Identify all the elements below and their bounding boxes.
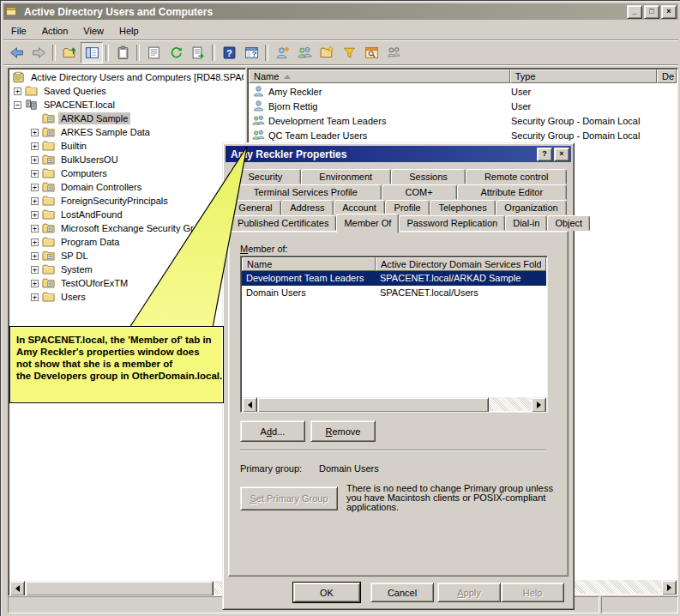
tab-published-certificates[interactable]: Published Certificates (230, 215, 336, 231)
tree-expander-icon[interactable]: + (31, 239, 39, 246)
list-row-qc-team-leader-users[interactable]: QC Team Leader Users Security Group - Do… (249, 128, 677, 142)
tree-item-lostandfound[interactable]: +LostAndFound (10, 208, 244, 221)
tree-item-spacenet-local[interactable]: −SPACENET.local (10, 98, 244, 112)
tab-telephones[interactable]: Telephones (430, 200, 496, 215)
tab-organization[interactable]: Organization (496, 200, 567, 215)
tree-item-builtin[interactable]: +Builtin (10, 139, 244, 153)
toolbar-forward-arrow-button[interactable] (27, 42, 50, 63)
list-row-development-team-leaders[interactable]: Development Team Leaders Security Group … (249, 113, 677, 128)
dialog-close-button[interactable]: × (554, 148, 569, 161)
tree-expander-icon[interactable]: + (31, 280, 39, 287)
tree-item-saved-queries[interactable]: +Saved Queries (10, 84, 244, 98)
toolbar-filter-button[interactable] (338, 42, 360, 63)
list-row-amy-reckler[interactable]: Amy Reckler User (249, 84, 677, 99)
scroll-left-arrow-icon[interactable] (9, 581, 25, 596)
tree-expander-icon[interactable]: + (31, 211, 39, 219)
member-of-horizontal-scrollbar[interactable] (242, 397, 546, 411)
tree-item-sp-dl[interactable]: +SP DL (10, 249, 244, 263)
scroll-right-arrow-icon[interactable] (661, 580, 677, 595)
toolbar-find-window-button[interactable] (360, 42, 382, 63)
tab-object[interactable]: Object (547, 215, 590, 231)
cancel-button[interactable]: Cancel (370, 583, 434, 602)
scrollbar-thumb[interactable] (25, 581, 214, 596)
minimize-button[interactable]: _ (627, 5, 642, 19)
tab-environment[interactable]: Environment (301, 169, 391, 184)
tree-item-arkes-sample-data[interactable]: +ARKES Sample Data (10, 125, 244, 139)
member-of-column-active-directory-domain-servic[interactable]: Active Directory Domain Services Folde (376, 257, 546, 271)
menu-action[interactable]: Action (34, 23, 76, 39)
scroll-left-arrow-icon[interactable] (242, 397, 257, 413)
toolbar-refresh-button[interactable] (165, 42, 187, 63)
menu-file[interactable]: File (3, 23, 34, 39)
toolbar-up-one-level-button[interactable] (58, 42, 81, 63)
tree-expander-icon[interactable]: + (31, 129, 39, 136)
tree-expander-icon[interactable]: + (14, 88, 21, 95)
set-primary-group-button[interactable]: Set Primary Group (240, 486, 338, 510)
list-row-bjorn-rettig[interactable]: Bjorn Rettig User (249, 99, 677, 113)
tree-item-domain-controllers[interactable]: +Domain Controllers (10, 180, 244, 194)
tab-sessions[interactable]: Sessions (391, 169, 466, 184)
toolbar-help-window-button[interactable]: ? (240, 42, 262, 63)
toolbar-new-user-button[interactable] (271, 42, 293, 63)
scrollbar-thumb[interactable] (257, 397, 489, 413)
scrollbar-track[interactable] (489, 397, 531, 411)
toolbar-properties-doc-button[interactable] (142, 42, 165, 63)
tab-address[interactable]: Address (281, 200, 334, 215)
tab-password-replication[interactable]: Password Replication (399, 215, 505, 231)
tree-horizontal-scrollbar[interactable] (9, 581, 244, 595)
tree-expander-icon[interactable]: + (31, 293, 39, 301)
tree-expander-icon[interactable]: + (31, 156, 39, 164)
toolbar-export-list-button[interactable] (187, 42, 209, 63)
tree-item-computers[interactable]: +Computers (10, 166, 244, 180)
toolbar-clipboard-button[interactable] (111, 42, 134, 63)
tab-member-of[interactable]: Member Of (336, 214, 399, 233)
add-button[interactable]: Add... (240, 420, 305, 442)
close-button[interactable]: × (661, 5, 677, 19)
tree-expander-icon[interactable]: + (31, 170, 39, 178)
member-of-row-domain-users[interactable]: Domain Users SPACENET.local/Users (242, 286, 546, 300)
dialog-help-button[interactable]: ? (537, 148, 552, 161)
toolbar-new-group-button[interactable] (293, 42, 316, 63)
tab-attribute-editor[interactable]: Attribute Editor (457, 184, 567, 200)
tree-item-active-directory-users-and-computers-rd48-spaci[interactable]: Active Directory Users and Computers [RD… (10, 70, 244, 84)
tree-expander-icon[interactable]: − (14, 101, 21, 109)
column-header-type[interactable]: Type (510, 69, 657, 83)
remove-button[interactable]: Remove (310, 420, 376, 442)
toolbar-help-button[interactable]: ? (218, 42, 240, 63)
toolbar-show-tree-pane-button[interactable] (81, 42, 103, 63)
tree-item-arkad-sample[interactable]: ARKAD Sample (10, 112, 244, 125)
column-header-de[interactable]: De (657, 69, 677, 83)
tab-com[interactable]: COM+ (382, 184, 457, 200)
help-button[interactable]: Help (501, 583, 564, 602)
tree-expander-icon[interactable]: + (31, 184, 39, 191)
menu-view[interactable]: View (75, 23, 111, 39)
tree-expander-icon[interactable]: + (31, 197, 39, 205)
tree-item-system[interactable]: +System (10, 263, 244, 276)
column-header-name[interactable]: Name (249, 69, 510, 83)
ok-button[interactable]: OK (293, 583, 360, 602)
member-of-column-name[interactable]: Name (242, 257, 376, 271)
tree-item-foreignsecurityprincipals[interactable]: +ForeignSecurityPrincipals (10, 194, 244, 208)
tree-expander-icon[interactable]: + (31, 142, 39, 150)
tree-expander-icon[interactable]: + (31, 252, 39, 260)
tab-dial-in[interactable]: Dial-in (505, 215, 547, 231)
toolbar-new-ou-button[interactable] (316, 42, 338, 63)
tab-security[interactable]: Security (230, 169, 301, 184)
toolbar-delegate-control-button[interactable] (382, 42, 405, 63)
tree-item-program-data[interactable]: +Program Data (10, 235, 244, 249)
tab-general[interactable]: General (230, 200, 281, 215)
menu-help[interactable]: Help (111, 23, 147, 39)
apply-button[interactable]: Apply (437, 583, 501, 602)
toolbar-back-arrow-button[interactable] (5, 42, 27, 63)
member-of-row-development-team-leaders[interactable]: Development Team Leaders SPACENET.local/… (242, 271, 546, 286)
tree-item-users[interactable]: +Users (10, 290, 244, 304)
tree-item-microsoft-exchange-security-grou[interactable]: +Microsoft Exchange Security Grou (10, 221, 244, 235)
tab-terminal-services-profile[interactable]: Terminal Services Profile (230, 184, 382, 200)
scroll-right-arrow-icon[interactable] (531, 397, 546, 413)
tree-expander-icon[interactable]: + (31, 266, 39, 274)
tree-item-testouforextm[interactable]: +TestOUforExTM (10, 276, 244, 290)
tab-remote-control[interactable]: Remote control (466, 169, 567, 184)
tree-item-bulkusersou[interactable]: +BulkUsersOU (10, 153, 244, 166)
tree-expander-icon[interactable]: + (31, 225, 39, 233)
maximize-button[interactable]: □ (644, 5, 659, 19)
